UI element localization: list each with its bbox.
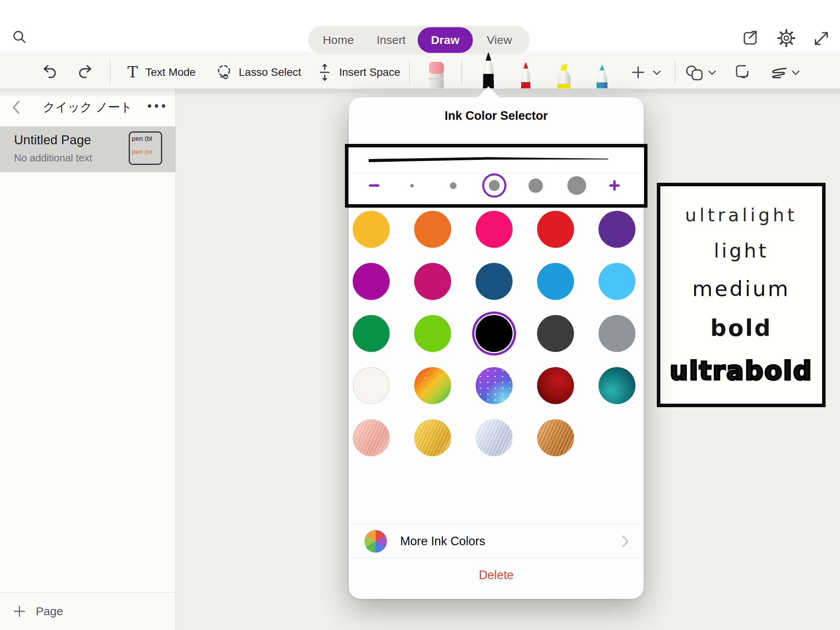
thumbnail-ink-line-black: pen (bl (132, 135, 159, 143)
onenote-app: HomeInsertDrawView (0, 0, 840, 630)
undo-button[interactable] (40, 63, 59, 82)
pen-black-selected[interactable] (480, 52, 497, 88)
ink-to-text-button[interactable] (733, 62, 752, 82)
tab-draw[interactable]: Draw (418, 27, 473, 53)
sidebar-header: クイック ノート (0, 89, 175, 126)
galaxy-pencil-icon (594, 64, 610, 88)
redo-button[interactable] (76, 63, 94, 82)
stroke-size-option-3-selected[interactable] (482, 173, 506, 198)
ink-color-swatch-gray[interactable] (598, 315, 635, 352)
share-button[interactable] (740, 28, 760, 48)
delete-pen-button[interactable]: Delete (349, 558, 644, 592)
ink-color-swatch-yellow[interactable] (353, 211, 390, 248)
undo-icon (41, 63, 59, 81)
decrease-size-button[interactable] (366, 177, 383, 194)
tab-insert[interactable]: Insert (365, 27, 418, 53)
stroke-size-option-5[interactable] (565, 173, 589, 198)
ink-color-swatch-sky-blue[interactable] (598, 263, 635, 300)
highlighter-yellow[interactable] (555, 63, 573, 88)
toolbar-divider (461, 59, 462, 85)
redo-icon (76, 63, 94, 81)
ink-color-swatch-black-selected[interactable] (476, 315, 513, 352)
ink-effects-chevron[interactable] (791, 69, 801, 77)
size-dot-icon (410, 184, 414, 187)
fullscreen-button[interactable] (812, 29, 831, 48)
ink-color-swatch-galaxy[interactable] (476, 367, 513, 404)
ink-color-swatch-red[interactable] (537, 211, 574, 248)
ink-weight-sample-panel: ultralightlightmediumboldultrabold (657, 183, 826, 407)
ink-color-swatch-red-marble[interactable] (537, 367, 574, 404)
plus-icon (12, 604, 26, 618)
add-page-button[interactable]: Page (0, 592, 175, 630)
ink-color-swatch-green[interactable] (353, 315, 390, 352)
red-pen-icon (518, 62, 534, 88)
chevron-down-icon (791, 70, 800, 76)
pen-red[interactable] (518, 62, 534, 88)
search-icon (11, 29, 28, 46)
text-mode-button[interactable]: T Text Mode (125, 61, 196, 83)
ink-effects-button[interactable] (768, 65, 789, 81)
size-dot-icon (567, 176, 586, 195)
thickness-selector-highlight-box (345, 144, 648, 208)
ink-color-swatch-dark-gray[interactable] (537, 315, 574, 352)
ink-color-swatch-rainbow-glitter[interactable] (414, 367, 451, 404)
ink-color-swatch-pink[interactable] (476, 211, 513, 248)
page-thumbnail: pen (bl pen (or (129, 131, 162, 165)
ink-color-swatch-orange[interactable] (414, 211, 451, 248)
stroke-size-option-2[interactable] (441, 173, 465, 198)
ink-color-swatch-purple[interactable] (598, 211, 635, 248)
pen-menu-chevron[interactable] (652, 69, 662, 77)
share-icon (741, 29, 760, 47)
more-options-button[interactable] (148, 104, 165, 108)
ellipsis-icon (148, 104, 151, 108)
stroke-width-preview (348, 147, 644, 173)
svg-text:T: T (128, 64, 138, 81)
lasso-select-button[interactable]: Lasso Select (215, 61, 301, 83)
ink-color-swatch-lime-green[interactable] (414, 315, 451, 352)
size-dot-icon (489, 180, 500, 191)
ink-color-swatch-dark-blue[interactable] (476, 263, 513, 300)
ink-color-swatch-bronze[interactable] (537, 419, 574, 456)
tab-home[interactable]: Home (312, 27, 365, 53)
pencil-galaxy[interactable] (594, 64, 610, 88)
eraser-tool[interactable] (427, 61, 445, 88)
tab-view[interactable]: View (473, 27, 526, 53)
ink-color-swatch-gold[interactable] (414, 419, 451, 456)
toolbar-divider (675, 59, 676, 85)
tapered-stroke-icon (348, 150, 636, 170)
add-pen-button[interactable] (630, 64, 647, 81)
increase-size-button[interactable] (606, 177, 623, 194)
decrease-size-icon (368, 179, 380, 192)
settings-button[interactable] (777, 28, 796, 48)
search-button[interactable] (10, 28, 29, 47)
delete-label: Delete (479, 568, 514, 582)
ink-sample-medium: medium (692, 276, 790, 301)
highlighter-icon (555, 63, 573, 88)
ellipsis-icon (162, 104, 165, 108)
ink-sample-ultralight: ultralight (685, 205, 797, 226)
ink-color-swatch-blue[interactable] (537, 263, 574, 300)
text-mode-icon: T (125, 64, 140, 81)
ink-color-swatch-white[interactable] (353, 367, 390, 404)
eraser-icon (427, 61, 445, 88)
ink-color-swatch-magenta[interactable] (353, 263, 390, 300)
stroke-size-option-4[interactable] (523, 173, 548, 198)
more-ink-colors-button[interactable]: More Ink Colors (349, 524, 644, 558)
ink-color-swatch-teal-marble[interactable] (598, 367, 635, 404)
ink-color-swatch-silver[interactable] (476, 419, 513, 456)
stroke-size-option-1[interactable] (400, 173, 424, 198)
ink-color-swatch-rose-gold[interactable] (353, 419, 390, 456)
gear-icon (777, 29, 796, 47)
chevron-down-icon (708, 70, 716, 76)
more-ink-colors-label: More Ink Colors (400, 534, 485, 548)
page-list-sidebar: クイック ノート Untitled Page No additional tex… (0, 89, 176, 630)
page-list-item-selected[interactable]: Untitled Page No additional text pen (bl… (0, 126, 175, 172)
insert-space-label: Insert Space (339, 66, 400, 79)
ink-sample-bold: bold (710, 315, 772, 341)
insert-space-icon (316, 63, 334, 82)
shapes-menu-chevron[interactable] (707, 69, 717, 77)
insert-space-button[interactable]: Insert Space (316, 61, 400, 83)
ink-color-swatch-raspberry[interactable] (414, 263, 451, 300)
shapes-button[interactable] (684, 64, 705, 82)
black-pen-icon (480, 52, 497, 88)
